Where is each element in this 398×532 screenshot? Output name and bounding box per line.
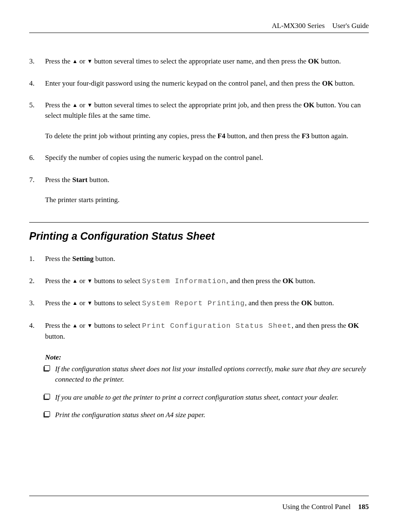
step-text: Press the ▲ or ▼ buttons to select Print… [45, 322, 359, 340]
page-content: 3. Press the ▲ or ▼ button several times… [29, 56, 369, 428]
step-7: 7. Press the Start button. The printer s… [45, 175, 369, 205]
down-triangle-icon: ▼ [87, 58, 93, 66]
step-number: 2. [29, 276, 35, 286]
step-6: 6. Specify the number of copies using th… [45, 153, 369, 163]
step-text: Press the ▲ or ▼ button several times to… [45, 57, 341, 65]
down-triangle-icon: ▼ [87, 101, 93, 109]
up-triangle-icon: ▲ [72, 101, 78, 109]
step-number: 3. [29, 56, 35, 67]
step-1: 1. Press the Setting button. [45, 254, 369, 264]
up-triangle-icon: ▲ [72, 58, 78, 66]
down-triangle-icon: ▼ [87, 277, 93, 285]
step-number: 7. [29, 175, 35, 185]
up-triangle-icon: ▲ [72, 277, 78, 285]
ok-button-label: OK [322, 79, 333, 87]
down-triangle-icon: ▼ [87, 299, 93, 307]
note-item: If you are unable to get the printer to … [55, 393, 369, 403]
step-5: 5. Press the ▲ or ▼ button several times… [45, 100, 369, 141]
step-number: 4. [29, 321, 35, 331]
step-number: 3. [29, 298, 35, 309]
step-number: 6. [29, 153, 35, 163]
setting-button-label: Setting [72, 255, 93, 263]
note-bullet-icon [44, 411, 50, 417]
page-footer: Using the Control Panel185 [282, 503, 369, 511]
up-triangle-icon: ▲ [72, 299, 78, 307]
note-item: If the configuration status sheet does n… [55, 364, 369, 385]
start-button-label: Start [72, 176, 88, 184]
step-number: 4. [29, 79, 35, 89]
step-3: 3. Press the ▲ or ▼ buttons to select Sy… [45, 298, 369, 309]
menu-item-system-report-printing: System Report Printing [142, 299, 245, 307]
up-triangle-icon: ▲ [72, 322, 78, 330]
page-header: AL-MX300 SeriesUser's Guide [272, 22, 369, 30]
header-rule [29, 33, 369, 33]
f4-button-label: F4 [217, 132, 225, 140]
step-text: Press the Start button. [45, 176, 109, 184]
product-name: AL-MX300 Series [272, 22, 325, 30]
f3-button-label: F3 [302, 132, 310, 140]
step-text: Press the ▲ or ▼ buttons to select Syste… [45, 277, 315, 285]
step-number: 5. [29, 100, 35, 111]
ok-button-label: OK [282, 277, 293, 285]
footer-rule [29, 496, 369, 496]
down-triangle-icon: ▼ [87, 322, 93, 330]
ok-button-label: OK [308, 57, 319, 65]
step-subtext: The printer starts printing. [45, 195, 369, 205]
section-title: Printing a Configuration Status Sheet [29, 230, 369, 242]
instruction-list-2: 1. Press the Setting button. 2. Press th… [29, 254, 369, 342]
instruction-list-1: 3. Press the ▲ or ▼ button several times… [29, 56, 369, 205]
step-4: 4. Press the ▲ or ▼ buttons to select Pr… [45, 321, 369, 342]
note-label: Note: [45, 353, 369, 362]
step-text: Press the ▲ or ▼ button several times to… [45, 101, 361, 119]
menu-item-print-config-status-sheet: Print Configuration Status Sheet [142, 322, 292, 330]
note-list: If the configuration status sheet does n… [29, 364, 369, 421]
menu-item-system-information: System Information [142, 277, 227, 285]
footer-section: Using the Control Panel [282, 503, 351, 511]
step-4: 4. Enter your four-digit password using … [45, 79, 369, 89]
doc-title: User's Guide [332, 22, 369, 30]
step-3: 3. Press the ▲ or ▼ button several times… [45, 56, 369, 67]
ok-button-label: OK [348, 322, 359, 329]
step-2: 2. Press the ▲ or ▼ buttons to select Sy… [45, 276, 369, 287]
step-number: 1. [29, 254, 35, 264]
note-bullet-icon [44, 365, 50, 371]
step-text: Enter your four-digit password using the… [45, 79, 355, 87]
note-item: Print the configuration status sheet on … [55, 410, 369, 421]
note-bullet-icon [44, 394, 50, 399]
ok-button-label: OK [303, 101, 314, 109]
step-text: Press the Setting button. [45, 255, 115, 263]
step-text: Press the ▲ or ▼ buttons to select Syste… [45, 299, 334, 307]
step-subtext: To delete the print job without printing… [45, 131, 369, 142]
section-rule [29, 222, 369, 223]
step-text: Specify the number of copies using the n… [45, 154, 263, 162]
page-number: 185 [358, 503, 369, 511]
ok-button-label: OK [301, 299, 312, 307]
